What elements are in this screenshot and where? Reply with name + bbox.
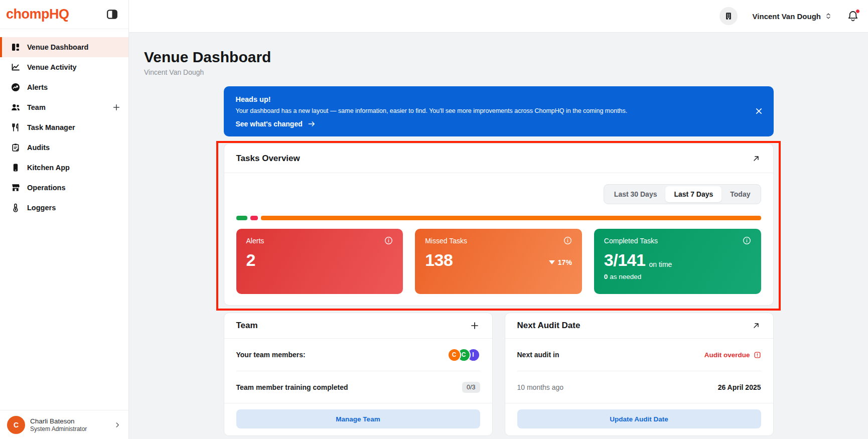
team-icon [11, 103, 20, 112]
missed-tasks-label: Missed Tasks [425, 237, 467, 245]
add-team-icon[interactable] [112, 103, 120, 111]
trend-value: 17% [558, 258, 572, 266]
tasks-overview-header: Tasks Overview [224, 144, 773, 173]
sidebar-item-label: Operations [27, 184, 66, 192]
see-whats-changed-link[interactable]: See what's changed [236, 120, 316, 128]
missed-tasks-stat-card[interactable]: Missed Tasks 138 [415, 229, 582, 294]
sidebar-item-audits[interactable]: Audits [0, 137, 128, 158]
filter-today[interactable]: Today [721, 186, 759, 202]
sidebar-item-venue-activity[interactable]: Venue Activity [0, 57, 128, 77]
main-area: Vincent Van Dough Venue Dashboard Vincen… [129, 0, 868, 439]
banner-title: Heads up! [236, 95, 762, 103]
sidebar-item-label: Task Manager [27, 123, 75, 131]
notifications-button[interactable] [847, 10, 859, 22]
tasks-overview-expand-button[interactable] [751, 154, 761, 164]
venue-select-button[interactable] [824, 11, 833, 21]
user-name: Charli Bateson [30, 417, 87, 425]
brand-logo: chompHQ [6, 7, 69, 22]
sidebar-item-label: Venue Dashboard [27, 43, 88, 51]
stats-row: Alerts 2 [236, 229, 761, 294]
external-link-icon [752, 322, 760, 330]
team-card-rows: Your team members: C C I Team member tra… [224, 339, 492, 403]
sidebar-item-label: Kitchen App [27, 164, 70, 172]
as-needed-suffix: as needed [610, 273, 641, 280]
sidebar-item-label: Team [27, 103, 46, 111]
team-add-button[interactable] [469, 320, 480, 331]
next-audit-card: Next Audit Date Next audit in [505, 313, 774, 436]
alerts-trend-icon [11, 83, 20, 92]
banner-close-button[interactable] [755, 107, 763, 115]
info-icon[interactable] [384, 236, 393, 245]
phone-icon [11, 163, 20, 172]
external-link-icon [752, 155, 760, 163]
training-count-badge: 0/3 [462, 382, 480, 393]
audit-card-rows: Next audit in Audit overdue 10 months ag… [505, 339, 773, 403]
manage-team-button[interactable]: Manage Team [236, 409, 480, 428]
user-role: System Administrator [30, 425, 87, 432]
missed-tasks-trend: 17% [549, 258, 572, 268]
sidebar-item-kitchen-app[interactable]: Kitchen App [0, 158, 128, 178]
audit-overdue-status[interactable]: Audit overdue [704, 351, 761, 359]
venue-switcher-button[interactable] [719, 7, 738, 25]
filter-last-30-days[interactable]: Last 30 Days [606, 186, 666, 202]
sidebar-user-card[interactable]: C Charli Bateson System Administrator [0, 410, 128, 439]
training-label: Team member training completed [236, 383, 348, 391]
tasks-stacked-bar [236, 216, 761, 220]
next-audit-label: Next audit in [517, 351, 559, 359]
sidebar-item-alerts[interactable]: Alerts [0, 77, 128, 97]
sidebar: chompHQ Venue Dashboard Venue Activity [0, 0, 129, 439]
sidebar-nav: Venue Dashboard Venue Activity Alerts Te… [0, 29, 128, 410]
filter-last-7-days[interactable]: Last 7 Days [665, 186, 721, 202]
as-needed-value: 0 [604, 273, 608, 280]
alerts-stat-card[interactable]: Alerts 2 [236, 229, 403, 294]
tasks-overview-card: Tasks Overview Last 30 Days [224, 143, 774, 306]
date-range-segmented-control: Last 30 Days Last 7 Days Today [604, 184, 761, 204]
completed-tasks-value: 3/141 [604, 251, 646, 268]
team-members-label: Your team members: [236, 351, 306, 359]
triangle-down-icon [549, 260, 555, 264]
building-icon [724, 12, 733, 21]
sidebar-item-venue-dashboard[interactable]: Venue Dashboard [0, 37, 128, 57]
member-avatar: C [448, 348, 461, 362]
update-audit-date-button[interactable]: Update Audit Date [517, 409, 761, 428]
page-title: Venue Dashboard [144, 49, 868, 66]
sidebar-item-label: Venue Activity [27, 63, 77, 71]
completed-as-needed: 0 as needed [604, 273, 751, 280]
dashboard-container: Heads up! Your dashboard has a new layou… [224, 86, 774, 436]
info-icon[interactable] [743, 236, 751, 245]
sidebar-item-label: Loggers [27, 204, 56, 212]
missed-tasks-value: 138 [425, 251, 453, 268]
page-subtitle: Vincent Van Dough [144, 68, 868, 76]
bar-segment-missed [261, 216, 761, 220]
team-card-header: Team [224, 313, 492, 339]
thermometer-icon [11, 203, 20, 212]
cutlery-icon [11, 123, 20, 132]
sidebar-item-operations[interactable]: Operations [0, 178, 128, 198]
bar-segment-alerts [250, 216, 258, 220]
tasks-overview-section: Tasks Overview Last 30 Days [224, 143, 774, 306]
info-icon[interactable] [563, 236, 572, 245]
warning-icon [754, 351, 761, 359]
sidebar-item-label: Alerts [27, 83, 48, 91]
team-avatars[interactable]: C C I [448, 348, 480, 362]
completed-tasks-stat-card[interactable]: Completed Tasks 3/141 on time [594, 229, 761, 294]
audit-card-expand-button[interactable] [751, 321, 761, 331]
arrow-right-icon [308, 120, 316, 127]
team-training-row: Team member training completed 0/3 [236, 371, 480, 403]
dashboard-icon [11, 43, 20, 52]
chevron-right-icon [113, 421, 121, 429]
topbar-user-name: Vincent Van Dough [753, 12, 821, 21]
user-meta: Charli Bateson System Administrator [30, 417, 87, 432]
sidebar-item-loggers[interactable]: Loggers [0, 198, 128, 218]
overdue-label: Audit overdue [704, 351, 750, 359]
audit-date-row: 10 months ago 26 April 2025 [517, 371, 761, 403]
sidebar-header: chompHQ [0, 0, 128, 29]
activity-chart-icon [11, 63, 20, 72]
audit-card-header: Next Audit Date [505, 313, 773, 339]
banner-link-label: See what's changed [236, 120, 303, 128]
user-avatar: C [7, 416, 25, 434]
bar-segment-completed [236, 216, 247, 220]
sidebar-item-task-manager[interactable]: Task Manager [0, 117, 128, 137]
sidebar-collapse-button[interactable] [107, 10, 117, 19]
sidebar-item-team[interactable]: Team [0, 97, 128, 117]
